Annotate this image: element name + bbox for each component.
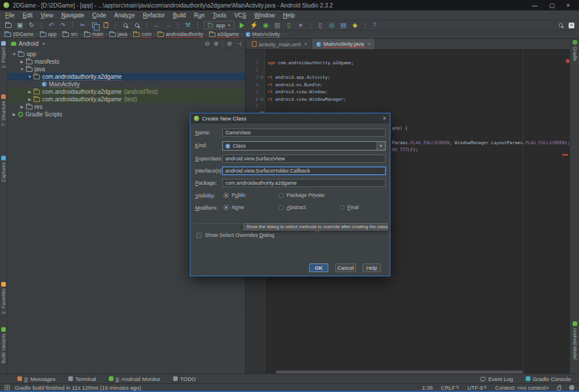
horizontal-scrollbar[interactable] bbox=[276, 371, 523, 373]
layout-inspector-icon[interactable]: ▤ bbox=[340, 21, 347, 30]
menu-analyze[interactable]: Analyze bbox=[114, 12, 135, 19]
scroll-from-source-icon[interactable]: ⊕ bbox=[214, 41, 218, 47]
radio-package-private[interactable]: Package Private bbox=[278, 192, 325, 198]
tree-row-com-androidauthority-a2dgame-test[interactable]: ▶com.androidauthority.a2dgame(test) bbox=[8, 96, 245, 103]
tree-collapsed-arrow[interactable]: ▶ bbox=[26, 90, 34, 94]
forward-icon[interactable]: → bbox=[164, 21, 172, 30]
status-1-36[interactable]: 1:36 bbox=[422, 384, 433, 391]
code-text[interactable]: age com.androidauthority.a2dgame;rt andr… bbox=[265, 60, 562, 118]
kind-field[interactable]: CClass▼ bbox=[222, 141, 386, 151]
breadcrumb-mainactivity[interactable]: CMainActivity bbox=[245, 31, 280, 38]
collapse-all-icon[interactable]: ⊖ bbox=[205, 41, 210, 47]
minimize-button[interactable]: — bbox=[532, 2, 538, 9]
breadcrumb-2dgame[interactable]: 2DGame bbox=[5, 31, 34, 38]
save-all-icon[interactable]: ▣ bbox=[16, 21, 24, 30]
tool-button-captures[interactable]: Captures bbox=[0, 156, 7, 182]
hide-panel-icon[interactable]: ⊣ bbox=[236, 41, 241, 47]
gradle-sync-icon[interactable]: ◆ bbox=[351, 21, 359, 30]
toolwindow-6-android-monitor[interactable]: 6: Android Monitor bbox=[109, 376, 160, 382]
attach-debugger-icon[interactable]: ◉ bbox=[262, 21, 270, 30]
menu-help[interactable]: Help bbox=[283, 12, 295, 19]
tree-row-manifests[interactable]: ▶manifests bbox=[8, 58, 245, 65]
open-project-icon[interactable] bbox=[5, 21, 12, 30]
tab-activity-main-xml[interactable]: activity_main.xml× bbox=[248, 39, 312, 49]
close-button[interactable]: × bbox=[566, 2, 570, 9]
tree-row-com-androidauthority-a2dgame-androidtest[interactable]: ▶com.androidauthority.a2dgame(androidTes… bbox=[8, 88, 245, 96]
undo-icon[interactable]: ↶ bbox=[47, 21, 55, 30]
run-icon[interactable] bbox=[239, 21, 246, 30]
radio-abstract[interactable]: Abstract bbox=[278, 204, 306, 210]
back-icon[interactable]: ← bbox=[153, 21, 160, 30]
tree-expanded-arrow[interactable]: ▼ bbox=[10, 52, 18, 56]
menu-navigate[interactable]: Navigate bbox=[61, 12, 84, 19]
tool-button-build-variants[interactable]: Build Variants bbox=[0, 327, 7, 364]
menu-view[interactable]: View bbox=[41, 12, 53, 19]
menu-refactor[interactable]: Refactor bbox=[143, 12, 165, 19]
menu-run[interactable]: Run bbox=[194, 12, 204, 19]
close-icon[interactable]: × bbox=[368, 41, 371, 47]
interface-s-field[interactable]: android.view.SurfaceHolder.Callback bbox=[222, 167, 386, 175]
tool-button-1-project[interactable]: 1: Project bbox=[0, 41, 7, 68]
tree-row-mainactivity[interactable]: CMainActivity bbox=[8, 80, 245, 88]
tree-expanded-arrow[interactable]: ▼ bbox=[19, 67, 26, 71]
toolwindow-switcher-icon[interactable] bbox=[5, 385, 10, 390]
tree-row-app[interactable]: ▼app bbox=[8, 50, 245, 58]
radio-icon[interactable] bbox=[339, 205, 345, 210]
run-config-selector[interactable]: app▼ bbox=[204, 21, 234, 30]
breadcrumb-com[interactable]: com bbox=[133, 31, 151, 38]
build-icon[interactable]: ⚒ bbox=[184, 21, 192, 30]
radio-final[interactable]: Final bbox=[339, 204, 359, 210]
checkbox-icon[interactable] bbox=[196, 233, 201, 238]
tree-collapsed-arrow[interactable]: ▶ bbox=[10, 112, 18, 117]
radio-none[interactable]: None bbox=[223, 204, 244, 210]
tree-collapsed-arrow[interactable]: ▶ bbox=[19, 105, 26, 109]
tool-button-android-model[interactable]: Android Model bbox=[570, 321, 579, 360]
profiler-icon[interactable]: ▥ bbox=[274, 21, 281, 30]
menu-file[interactable]: File bbox=[5, 12, 14, 19]
tree-expanded-arrow[interactable]: ▼ bbox=[26, 75, 34, 79]
toolwindow-todo[interactable]: TODO bbox=[173, 376, 196, 382]
tool-button-7-structure[interactable]: 7: Structure bbox=[0, 94, 7, 126]
menu-edit[interactable]: Edit bbox=[23, 12, 32, 19]
error-stripe-mark[interactable] bbox=[562, 154, 568, 156]
tree-row-com-androidauthority-a2dgame[interactable]: ▼com.androidauthority.a2dgame bbox=[8, 73, 245, 80]
device-monitor-icon[interactable]: ▯ bbox=[285, 21, 293, 30]
tree-collapsed-arrow[interactable]: ▶ bbox=[26, 97, 34, 102]
cancel-button[interactable]: Cancel bbox=[335, 263, 356, 272]
name-field[interactable]: GameView bbox=[222, 129, 386, 137]
status-crlf[interactable]: CRLF⇅ bbox=[441, 384, 460, 391]
inspections-profile-icon[interactable] bbox=[569, 385, 574, 390]
breadcrumb-main[interactable]: main bbox=[84, 31, 104, 38]
settings-gear-icon[interactable]: ⚙ bbox=[227, 41, 232, 47]
lock-icon[interactable] bbox=[557, 387, 561, 390]
superclass-field[interactable]: android.view.SurfaceView bbox=[222, 155, 386, 163]
menu-window[interactable]: Window bbox=[254, 12, 275, 19]
fold-marker-icon[interactable] bbox=[261, 98, 263, 101]
dropdown-arrow-icon[interactable]: ▼ bbox=[376, 142, 385, 150]
tab-mainactivity-java[interactable]: CMainActivity.java× bbox=[312, 39, 375, 49]
find-icon[interactable] bbox=[122, 21, 129, 30]
tool-button-2-favorites[interactable]: 2: Favorites bbox=[0, 282, 7, 314]
maximize-button[interactable]: ▢ bbox=[549, 2, 555, 9]
search-everywhere-icon[interactable] bbox=[557, 21, 565, 30]
breadcrumb-app[interactable]: app bbox=[40, 31, 57, 38]
toolwindow-event-log[interactable]: Event Log bbox=[480, 376, 513, 382]
sync-project-icon[interactable]: ↻ bbox=[28, 21, 35, 30]
tool-button-gradle[interactable]: Gradle bbox=[570, 40, 579, 61]
toolwindow-gradle-console[interactable]: Gradle Console bbox=[526, 376, 571, 382]
help-button[interactable]: Help bbox=[362, 263, 381, 272]
show-select-overrides-checkbox[interactable]: Show Select Overrides Dialog bbox=[196, 232, 274, 238]
menu-vcs[interactable]: VCS bbox=[234, 12, 247, 19]
toolwindow-terminal[interactable]: Terminal bbox=[68, 376, 96, 382]
error-indicator-icon[interactable] bbox=[566, 59, 570, 63]
menu-build[interactable]: Build bbox=[173, 12, 186, 19]
toolwindow-0-messages[interactable]: 0: Messages bbox=[17, 376, 56, 382]
tree-row-java[interactable]: ▼java bbox=[8, 65, 245, 73]
user-avatar-icon[interactable] bbox=[569, 23, 574, 28]
tree-row-res[interactable]: ▶res bbox=[8, 103, 245, 111]
breadcrumb-src[interactable]: src bbox=[63, 31, 78, 38]
dialog-close-icon[interactable]: × bbox=[383, 115, 386, 122]
breadcrumb-java[interactable]: java bbox=[109, 31, 127, 38]
avd-manager-icon[interactable]: ▯ bbox=[317, 21, 324, 30]
close-icon[interactable]: × bbox=[304, 41, 307, 47]
